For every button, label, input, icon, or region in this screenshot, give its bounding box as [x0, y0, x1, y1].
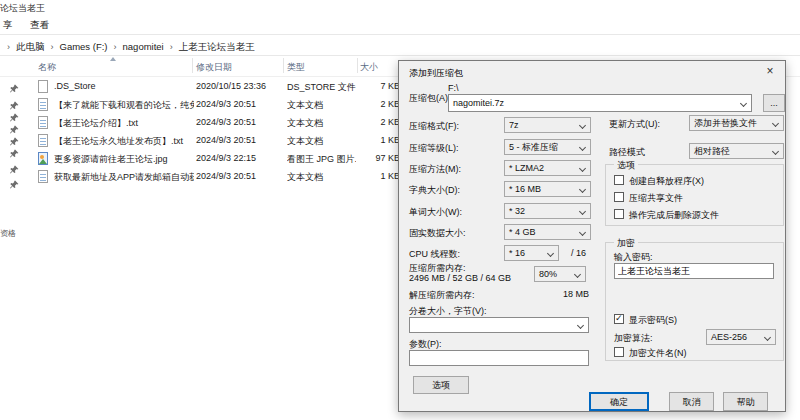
file-row[interactable]: 更多资源请前往老王论坛.jpg 2024/9/3 22:15 看图王 JPG 图… [0, 150, 400, 168]
file-size: 1 KB [340, 135, 400, 145]
cpu-threads-label: CPU 线程数: [409, 248, 460, 261]
ok-button[interactable]: 确定 [589, 392, 649, 411]
window-title: 论坛当老王 [0, 2, 45, 15]
archive-dir: F:\ [448, 83, 459, 93]
breadcrumb-current-folder[interactable]: 上老王论坛当老王 [179, 41, 255, 52]
breadcrumb-drive[interactable]: Games (F:) [60, 41, 108, 52]
chevron-down-icon [577, 322, 584, 329]
help-button[interactable]: 帮助 [723, 392, 768, 411]
encryption-group: 加密 输入密码: 显示密码(S) 加密算法: AES-256 加密文件名(N) [605, 242, 784, 361]
method-combobox[interactable]: * LZMA2 [504, 160, 591, 176]
chevron-down-icon [579, 122, 586, 129]
breadcrumb-this-pc[interactable]: 此电脑 [16, 41, 45, 52]
checkbox-icon [614, 175, 624, 185]
compress-shared-label: 压缩共享文件 [629, 192, 683, 205]
level-value: 5 - 标准压缩 [509, 142, 558, 152]
memory-percent-combobox[interactable]: 80% [534, 266, 586, 282]
path-mode-combobox[interactable]: 相对路径 [689, 143, 784, 159]
chevron-down-icon [772, 148, 779, 155]
divider [0, 55, 800, 56]
breadcrumb: 此电脑Games (F:)nagomitei上老王论坛当老王 [1, 41, 255, 54]
solid-block-value: * 4 GB [509, 227, 536, 237]
password-input[interactable] [614, 263, 774, 279]
column-header-name[interactable]: 名称 [38, 61, 56, 74]
text-file-icon [38, 116, 48, 129]
pin-icon [10, 101, 19, 112]
update-mode-combobox[interactable]: 添加并替换文件 [689, 115, 784, 131]
archive-label: 压缩包(A): [409, 92, 451, 105]
screen: 论坛当老王 享 查看 此电脑Games (F:)nagomitei上老王论坛当老… [0, 0, 800, 420]
divider [357, 58, 358, 73]
file-size: 7 KB [340, 81, 400, 91]
breadcrumb-chevron-icon [45, 42, 60, 52]
word-size-combobox[interactable]: * 32 [504, 203, 591, 219]
pin-icon [10, 149, 19, 160]
volume-size-combobox[interactable] [409, 317, 589, 333]
checkbox-icon [614, 347, 624, 357]
format-value: 7z [509, 120, 519, 130]
file-size: 1 KB [340, 171, 400, 181]
file-name: 获取最新地址及APP请发邮箱自动获取.txt [54, 171, 194, 184]
add-to-archive-dialog: 添加到压缩包 × 压缩包(A): F:\ nagomitei.7z ... 压缩… [398, 60, 786, 412]
chevron-down-icon [579, 229, 586, 236]
decompress-memory-value: 18 MB [529, 289, 589, 299]
breadcrumb-chevron-icon [164, 42, 179, 52]
word-size-label: 单词大小(W): [409, 206, 462, 219]
path-mode-label: 路径模式 [609, 146, 645, 159]
pin-icon [10, 137, 19, 148]
file-name: 更多资源请前往老王论坛.jpg [54, 153, 194, 166]
dialog-title: 添加到压缩包 [409, 67, 463, 80]
file-date: 2024/9/3 20:51 [196, 117, 282, 127]
breadcrumb-folder[interactable]: nagomitei [123, 41, 164, 52]
method-label: 压缩方法(M): [409, 163, 461, 176]
pin-icon [10, 84, 19, 95]
file-size: 97 KB [340, 153, 400, 163]
solid-block-combobox[interactable]: * 4 GB [504, 224, 591, 240]
cancel-button[interactable]: 取消 [669, 392, 714, 411]
encryption-method-label: 加密算法: [614, 332, 653, 345]
dictionary-combobox[interactable]: * 16 MB [504, 181, 591, 197]
checkbox-icon [614, 192, 624, 202]
update-mode-label: 更新方式(U): [609, 118, 660, 131]
level-combobox[interactable]: 5 - 标准压缩 [504, 139, 591, 155]
dictionary-label: 字典大小(D): [409, 184, 460, 197]
format-label: 压缩格式(F): [409, 120, 459, 133]
options-button[interactable]: 选项 [413, 376, 469, 394]
column-header-date[interactable]: 修改日期 [196, 61, 232, 74]
checkbox-checked-icon [614, 314, 624, 324]
format-combobox[interactable]: 7z [504, 117, 591, 133]
encryption-group-title: 加密 [614, 237, 638, 250]
show-password-label: 显示密码(S) [629, 314, 677, 327]
file-row[interactable]: 【老王论坛介绍】.txt 2024/9/3 20:51 文本文档 2 KB [0, 114, 400, 132]
parameters-input[interactable] [409, 350, 589, 366]
file-row[interactable]: 【来了就能下载和观看的论坛，纯免费！... 2024/9/3 20:51 文本文… [0, 96, 400, 114]
file-name: 【老王论坛永久地址发布页】.txt [54, 135, 194, 148]
cpu-threads-combobox[interactable]: * 16 [504, 245, 559, 261]
file-row[interactable]: 获取最新地址及APP请发邮箱自动获取.txt 2024/9/3 20:51 文本… [0, 168, 400, 186]
text-file-icon [38, 134, 48, 147]
chevron-down-icon [740, 100, 747, 107]
column-header-size[interactable]: 大小 [360, 61, 378, 74]
menu-share[interactable]: 享 [3, 19, 13, 32]
file-date: 2024/9/3 20:51 [196, 171, 282, 181]
file-name: 【来了就能下载和观看的论坛，纯免费！... [54, 99, 194, 112]
file-date: 2020/10/15 23:36 [196, 81, 282, 91]
create-sfx-label: 创建自释放程序(X) [629, 175, 704, 188]
text-file-icon [38, 98, 48, 111]
encryption-method-combobox[interactable]: AES-256 [706, 329, 776, 345]
column-header-type[interactable]: 类型 [287, 61, 305, 74]
encrypt-names-label: 加密文件名(N) [629, 347, 687, 360]
browse-button[interactable]: ... [763, 94, 785, 112]
divider [283, 58, 284, 73]
chevron-down-icon [579, 186, 586, 193]
close-icon[interactable]: × [755, 61, 785, 81]
breadcrumb-chevron-icon [108, 42, 123, 52]
file-row[interactable]: .DS_Store 2020/10/15 23:36 DS_STORE 文件 7… [0, 78, 400, 96]
archive-name-combobox[interactable]: nagomitei.7z [448, 94, 752, 112]
file-row[interactable]: 【老王论坛永久地址发布页】.txt 2024/9/3 20:51 文本文档 1 … [0, 132, 400, 150]
menu-view[interactable]: 查看 [30, 19, 49, 32]
pin-icon [10, 113, 19, 124]
cpu-threads-max: / 16 [571, 248, 586, 258]
options-group: 选项 创建自释放程序(X) 压缩共享文件 操作完成后删除源文件 [605, 164, 784, 226]
chevron-down-icon [547, 250, 554, 257]
